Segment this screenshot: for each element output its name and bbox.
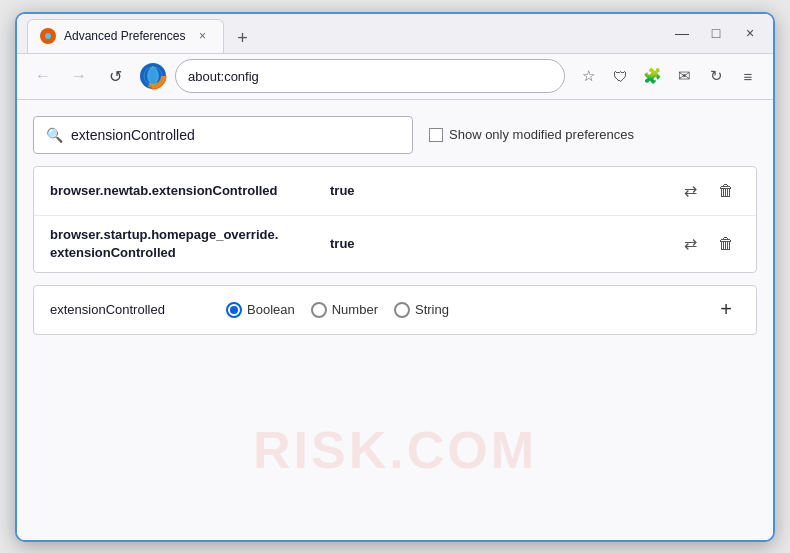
nav-bar: ← → ↺ about:config ☆ 🛡 <box>17 54 773 100</box>
delete-icon: 🗑 <box>718 182 734 200</box>
boolean-radio-label: Boolean <box>247 302 295 317</box>
add-preference-row: extensionControlled Boolean Number Strin… <box>33 285 757 335</box>
number-radio-label: Number <box>332 302 378 317</box>
row-actions: ⇄ 🗑 <box>676 230 740 258</box>
show-modified-checkbox-area[interactable]: Show only modified preferences <box>429 127 634 142</box>
active-tab[interactable]: Advanced Preferences × <box>27 19 224 53</box>
delete-button[interactable]: 🗑 <box>712 177 740 205</box>
number-radio-item[interactable]: Number <box>311 302 378 318</box>
pref-value: true <box>330 236 676 251</box>
delete-icon: 🗑 <box>718 235 734 253</box>
maximize-button[interactable]: □ <box>703 20 729 46</box>
reload-icon: ↺ <box>109 67 122 86</box>
forward-button[interactable]: → <box>63 60 95 92</box>
bookmark-icon: ☆ <box>582 67 595 85</box>
string-radio-item[interactable]: String <box>394 302 449 318</box>
show-modified-label: Show only modified preferences <box>449 127 634 142</box>
reload-button[interactable]: ↺ <box>99 60 131 92</box>
address-text: about:config <box>188 69 552 84</box>
nav-icons: ☆ 🛡 🧩 ✉ ↻ ≡ <box>573 61 763 91</box>
boolean-radio-indicator <box>230 306 238 314</box>
back-arrow-icon: ← <box>35 67 51 85</box>
extension-icon: 🧩 <box>643 67 662 85</box>
boolean-radio-item[interactable]: Boolean <box>226 302 295 318</box>
search-input[interactable] <box>71 127 400 143</box>
pocket-icon: 🛡 <box>613 68 628 85</box>
pocket-button[interactable]: 🛡 <box>605 61 635 91</box>
minimize-button[interactable]: — <box>669 20 695 46</box>
new-pref-name: extensionControlled <box>50 302 210 317</box>
tab-close-button[interactable]: × <box>193 27 211 45</box>
search-box[interactable]: 🔍 <box>33 116 413 154</box>
number-radio-button[interactable] <box>311 302 327 318</box>
browser-window: Advanced Preferences × + — □ × ← → ↺ <box>15 12 775 542</box>
close-button[interactable]: × <box>737 20 763 46</box>
string-radio-label: String <box>415 302 449 317</box>
pref-value: true <box>330 183 676 198</box>
reset-icon: ⇄ <box>684 181 697 200</box>
sync-icon: ↻ <box>710 67 723 85</box>
hamburger-icon: ≡ <box>744 68 753 85</box>
boolean-radio-button[interactable] <box>226 302 242 318</box>
tab-title: Advanced Preferences <box>64 29 185 43</box>
svg-point-1 <box>45 33 51 39</box>
add-preference-button[interactable]: + <box>712 296 740 324</box>
profile-icon: ✉ <box>678 67 691 85</box>
pref-name-line2: extensionControlled <box>50 245 176 260</box>
string-radio-button[interactable] <box>394 302 410 318</box>
back-button[interactable]: ← <box>27 60 59 92</box>
show-modified-checkbox[interactable] <box>429 128 443 142</box>
search-icon: 🔍 <box>46 127 63 143</box>
title-bar: Advanced Preferences × + — □ × <box>17 14 773 54</box>
row-actions: ⇄ 🗑 <box>676 177 740 205</box>
pref-name: browser.newtab.extensionControlled <box>50 183 330 198</box>
address-bar[interactable]: about:config <box>175 59 565 93</box>
window-controls: — □ × <box>669 20 763 46</box>
reset-button[interactable]: ⇄ <box>676 230 704 258</box>
sync-button[interactable]: ↻ <box>701 61 731 91</box>
menu-button[interactable]: ≡ <box>733 61 763 91</box>
reset-icon: ⇄ <box>684 234 697 253</box>
search-row: 🔍 Show only modified preferences <box>33 116 757 154</box>
bookmark-button[interactable]: ☆ <box>573 61 603 91</box>
reset-button[interactable]: ⇄ <box>676 177 704 205</box>
pref-name: browser.startup.homepage_override. exten… <box>50 226 330 262</box>
delete-button[interactable]: 🗑 <box>712 230 740 258</box>
add-icon: + <box>720 298 732 321</box>
table-row[interactable]: browser.startup.homepage_override. exten… <box>34 216 756 272</box>
results-table: browser.newtab.extensionControlled true … <box>33 166 757 273</box>
extension-button[interactable]: 🧩 <box>637 61 667 91</box>
forward-arrow-icon: → <box>71 67 87 85</box>
content-area: RISK.COM 🔍 Show only modified preference… <box>17 100 773 540</box>
firefox-logo <box>139 62 167 90</box>
pref-name-line1: browser.startup.homepage_override. <box>50 227 278 242</box>
watermark: RISK.COM <box>253 420 537 480</box>
new-tab-button[interactable]: + <box>228 25 256 53</box>
tab-favicon <box>40 28 56 44</box>
tab-area: Advanced Preferences × + <box>27 14 669 53</box>
table-row[interactable]: browser.newtab.extensionControlled true … <box>34 167 756 216</box>
profile-button[interactable]: ✉ <box>669 61 699 91</box>
type-radio-group: Boolean Number String <box>226 302 696 318</box>
